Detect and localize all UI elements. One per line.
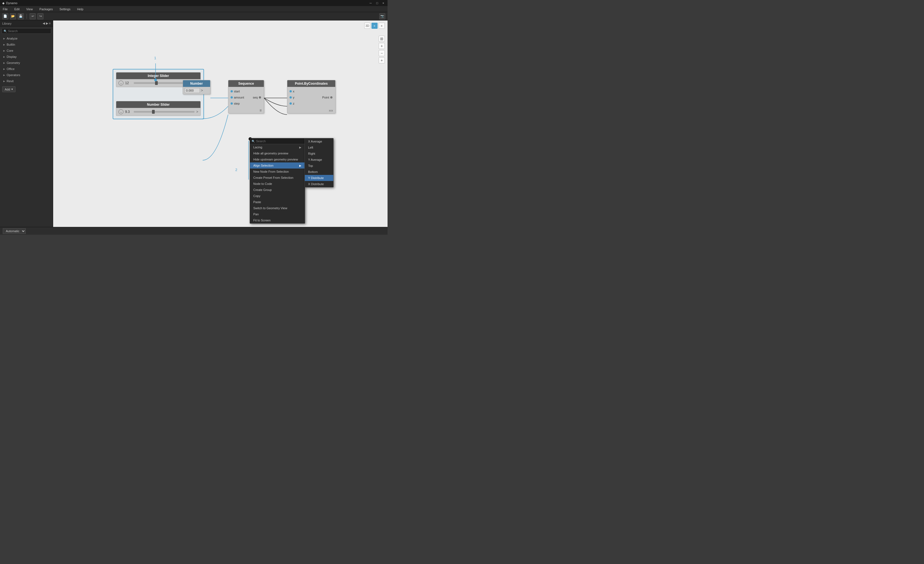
sub-label: Left	[308, 146, 313, 149]
canvas-area[interactable]: Home* ×	[53, 21, 387, 227]
minimize-button[interactable]: ─	[368, 2, 373, 5]
ctx-item-node-to-code[interactable]: Node to Code	[250, 181, 305, 187]
port-dot	[231, 102, 233, 105]
sub-item-right[interactable]: Right	[305, 150, 333, 157]
status-bar: Automatic Manual	[0, 227, 387, 235]
menu-view[interactable]: View	[25, 7, 34, 11]
context-search-bar[interactable]: 🔍	[250, 138, 305, 144]
number-node-header: Number	[183, 80, 210, 87]
ctx-item-switch-geometry[interactable]: Switch to Geometry View	[250, 205, 305, 211]
menu-file[interactable]: File	[2, 7, 9, 11]
redo-button[interactable]: ↪	[38, 13, 44, 20]
sub-label: Bottom	[308, 170, 318, 174]
zoom-reset-button[interactable]: +	[379, 57, 385, 63]
number-slider-track[interactable]	[134, 111, 195, 112]
integer-slider-header: Integer Slider	[116, 72, 200, 79]
ctx-item-hide-upstream[interactable]: Hide upstream geometry preview	[250, 156, 305, 162]
add-arrow-icon: ▾	[11, 87, 13, 91]
ctx-item-hide-all[interactable]: Hide all geometry preview	[250, 150, 305, 156]
sub-item-top[interactable]: Top	[305, 163, 333, 169]
library-header: Library ◀ ▶ ≡	[0, 21, 53, 27]
slider-expand-button[interactable]: ⌄	[118, 81, 123, 86]
ctx-item-copy[interactable]: Copy	[250, 193, 305, 199]
sidebar-item-display[interactable]: ▶ Display	[0, 54, 53, 60]
sub-item-y-average[interactable]: Y Average	[305, 157, 333, 163]
menu-help[interactable]: Help	[76, 7, 84, 11]
sub-item-left[interactable]: Left	[305, 144, 333, 150]
sidebar-item-office[interactable]: ▶ Office	[0, 66, 53, 72]
maximize-button[interactable]: □	[375, 2, 379, 5]
sidebar-toggle-button[interactable]: ≡	[379, 23, 385, 29]
number-output-arrow: >	[201, 88, 203, 92]
view-3d-button[interactable]: 3D	[364, 23, 370, 29]
sidebar-item-operators[interactable]: ▶ Operators	[0, 72, 53, 78]
ctx-item-lacing[interactable]: Lacing ▶	[250, 144, 305, 150]
view-toggle-button[interactable]: ≡	[372, 23, 378, 29]
context-search-input[interactable]	[256, 140, 303, 143]
ctx-label: Hide all geometry preview	[253, 152, 288, 155]
toolbar-right: 📷	[379, 13, 386, 20]
ctx-label: Lacing	[253, 146, 262, 149]
port-label: Point	[322, 96, 329, 99]
zoom-out-button[interactable]: −	[379, 50, 385, 56]
sequence-port-amount: amount	[230, 95, 245, 100]
port-dot	[290, 102, 292, 105]
number-input[interactable]	[184, 88, 200, 93]
canvas-content[interactable]: 1 Integer Slider ⌄ 12 >	[53, 21, 387, 227]
screenshot-button[interactable]: 📷	[379, 13, 386, 20]
open-button[interactable]: 📂	[10, 13, 16, 20]
arrow-icon: ▶	[3, 80, 5, 82]
fit-view-button[interactable]: ⊞	[379, 36, 385, 42]
sequence-body: start amount step	[228, 87, 264, 108]
sidebar-item-analyze[interactable]: ▶ Analyze	[0, 35, 53, 42]
sidebar-item-revit[interactable]: ▶ Revit	[0, 78, 53, 84]
menubar: File Edit View Packages Settings Help	[0, 6, 387, 12]
menu-edit[interactable]: Edit	[13, 7, 21, 11]
arrow-icon: ▶	[3, 50, 5, 52]
point-footer: xxx	[287, 108, 335, 113]
sub-item-x-distribute[interactable]: X Distribute	[305, 181, 333, 187]
run-mode-select[interactable]: Automatic Manual	[3, 228, 26, 234]
ctx-item-new-node[interactable]: New Node From Selection	[250, 168, 305, 175]
ctx-item-paste[interactable]: Paste	[250, 199, 305, 205]
number-slider-row: ⌄ 9.3 >	[116, 108, 200, 116]
sub-item-x-average[interactable]: X Average	[305, 138, 333, 144]
undo-button[interactable]: ↩	[30, 13, 36, 20]
ctx-label: Create Preset From Selection	[253, 176, 293, 179]
menu-settings[interactable]: Settings	[58, 7, 72, 11]
menu-packages[interactable]: Packages	[38, 7, 54, 11]
library-controls[interactable]: ◀ ▶ ≡	[43, 22, 51, 25]
sidebar-item-builtin[interactable]: ▶ BuiltIn	[0, 42, 53, 48]
sidebar-item-core[interactable]: ▶ Core	[0, 48, 53, 54]
integer-slider-thumb[interactable]	[155, 81, 158, 85]
add-button[interactable]: Add ▾	[2, 86, 15, 92]
ctx-item-create-group[interactable]: Create Group	[250, 187, 305, 193]
new-button[interactable]: 📄	[2, 13, 8, 20]
save-button[interactable]: 💾	[18, 13, 24, 20]
number-slider-thumb[interactable]	[152, 110, 155, 114]
search-box-container[interactable]: 🔍	[2, 28, 51, 34]
port-label: z	[293, 102, 294, 105]
sub-label: Top	[308, 164, 313, 167]
sidebar-item-label: Analyze	[7, 37, 18, 40]
port-label: amount	[234, 96, 244, 99]
undo-icon: ↩	[32, 14, 34, 18]
anchor-label-1: 1	[154, 56, 156, 60]
sidebar-item-geometry[interactable]: ▶ Geometry	[0, 60, 53, 66]
ctx-item-fit-screen[interactable]: Fit to Screen	[250, 217, 305, 224]
sub-item-y-distribute[interactable]: Y Distribute	[305, 175, 333, 181]
ctx-item-align[interactable]: Align Selection ▶	[250, 162, 305, 168]
align-submenu[interactable]: X Average Left Right Y Average Top Botto…	[304, 138, 333, 188]
zoom-in-button[interactable]: +	[379, 43, 385, 49]
ctx-item-create-preset[interactable]: Create Preset From Selection	[250, 175, 305, 181]
point-body: x y z Point	[287, 87, 335, 108]
port-dot	[259, 96, 261, 99]
ctx-item-pan[interactable]: Pan	[250, 211, 305, 217]
search-input[interactable]	[8, 29, 49, 33]
close-button[interactable]: ×	[381, 2, 386, 5]
slider-expand-button2[interactable]: ⌄	[118, 110, 123, 114]
window-controls[interactable]: ─ □ ×	[368, 2, 386, 5]
sub-item-bottom[interactable]: Bottom	[305, 169, 333, 175]
port-dot	[330, 96, 333, 99]
context-menu[interactable]: 🔍 Lacing ▶ Hide all geometry preview Hid…	[250, 138, 305, 224]
